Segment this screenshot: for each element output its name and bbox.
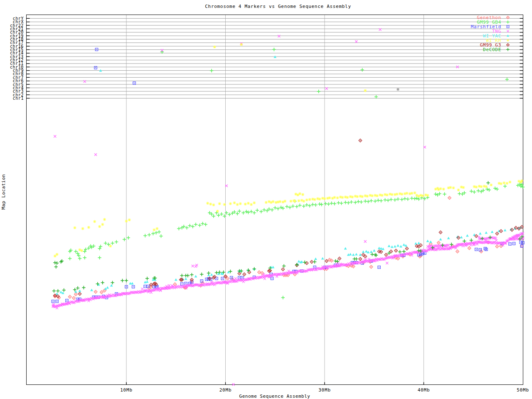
chromosome-tracks: chrYchrXchr22chr21chr20chr19chr18chr17ch… (10, 16, 523, 101)
misc-points (397, 88, 399, 91)
series-tng (52, 28, 525, 386)
x-tick-label: 20Mb (219, 387, 232, 393)
x-tick-label: 10Mb (120, 387, 133, 393)
series-decode (52, 181, 524, 293)
x-axis-ticks: 10Mb20Mb30Mb40Mb50Mb (120, 382, 529, 393)
series-marshfield (52, 48, 524, 303)
chart-page: Chromosome 4 Markers vs Genome Sequence … (0, 0, 532, 399)
legend: GenethonGM99 GB4MarshfieldTNGWI YACWI RH… (471, 15, 510, 52)
chromosome-label: chr1 (13, 96, 24, 101)
legend-label: DeCODE (483, 47, 501, 52)
x-tick-label: 40Mb (418, 387, 430, 393)
series-wi-rh (54, 43, 524, 257)
x-tick-label: 50Mb (517, 387, 529, 393)
gridlines (126, 15, 424, 385)
series-gm99-gb4 (68, 48, 525, 299)
x-tick-label: 30Mb (318, 387, 331, 393)
plot-area: chrYchrXchr22chr21chr20chr19chr18chr17ch… (0, 0, 532, 399)
